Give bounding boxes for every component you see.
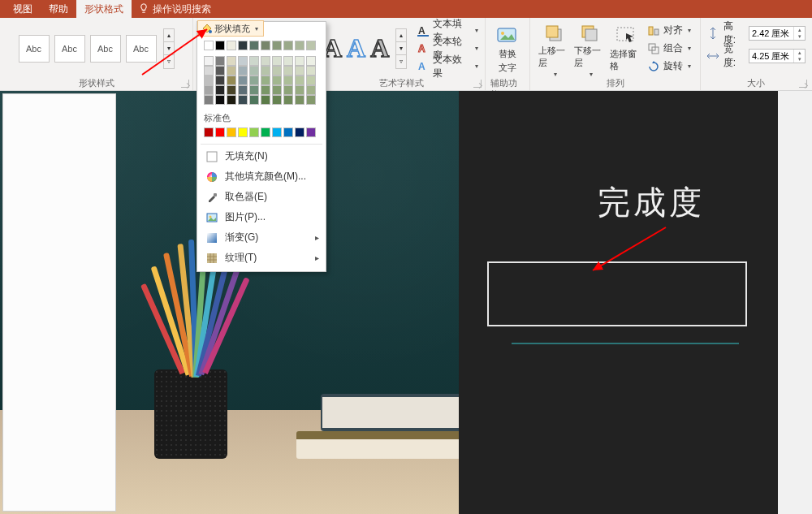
gallery-expand-icon[interactable]: ▿ xyxy=(164,55,174,67)
slide[interactable]: 完成度 xyxy=(0,91,778,514)
color-swatch[interactable] xyxy=(306,66,316,76)
width-input[interactable]: ▴▾ xyxy=(749,49,806,63)
tab-help[interactable]: 帮助 xyxy=(41,0,76,19)
color-swatch[interactable] xyxy=(283,95,293,105)
color-swatch[interactable] xyxy=(215,66,225,76)
chevron-down-icon[interactable]: ▾ xyxy=(164,42,174,55)
wordart-preset[interactable]: A xyxy=(370,33,389,63)
color-swatch[interactable] xyxy=(261,127,270,137)
color-swatch[interactable] xyxy=(249,127,259,137)
width-value[interactable] xyxy=(749,50,793,63)
color-swatch[interactable] xyxy=(215,95,225,105)
height-value[interactable] xyxy=(749,27,793,40)
color-swatch[interactable] xyxy=(283,66,293,76)
color-swatch[interactable] xyxy=(227,95,236,105)
height-input[interactable]: ▴▾ xyxy=(749,26,806,41)
color-swatch[interactable] xyxy=(215,41,225,50)
rotate-button[interactable]: 旋转▾ xyxy=(646,58,693,75)
color-swatch[interactable] xyxy=(283,85,293,95)
color-swatch[interactable] xyxy=(204,76,214,85)
color-swatch[interactable] xyxy=(272,127,282,137)
color-swatch[interactable] xyxy=(204,85,214,95)
color-swatch[interactable] xyxy=(204,127,214,137)
color-swatch[interactable] xyxy=(238,56,248,66)
chevron-up-icon[interactable]: ▴ xyxy=(794,27,805,33)
color-swatch[interactable] xyxy=(238,127,248,137)
slide-title-text[interactable]: 完成度 xyxy=(598,180,705,225)
no-fill-item[interactable]: 无填充(N) xyxy=(197,146,326,166)
align-button[interactable]: 对齐▾ xyxy=(646,23,693,39)
color-swatch[interactable] xyxy=(306,41,316,50)
color-swatch[interactable] xyxy=(295,76,304,85)
color-swatch[interactable] xyxy=(227,127,236,137)
chevron-down-icon[interactable]: ▾ xyxy=(794,33,805,40)
color-swatch[interactable] xyxy=(215,56,225,66)
color-swatch[interactable] xyxy=(295,41,304,50)
color-swatch[interactable] xyxy=(261,66,270,76)
wordart-gallery-scroll[interactable]: ▴ ▾ ▿ xyxy=(395,28,407,69)
color-swatch[interactable] xyxy=(295,127,304,137)
color-swatch[interactable] xyxy=(272,56,282,66)
picture-fill-item[interactable]: 图片(P)... xyxy=(197,207,326,227)
selection-pane-button[interactable]: 选择窗格 xyxy=(610,22,642,76)
color-swatch[interactable] xyxy=(306,76,316,85)
dialog-launcher-icon[interactable] xyxy=(473,80,482,88)
color-swatch[interactable] xyxy=(238,66,248,76)
style-gallery-scroll[interactable]: ▴ ▾ ▿ xyxy=(163,28,175,69)
chevron-down-icon[interactable]: ▾ xyxy=(794,56,805,63)
color-swatch[interactable] xyxy=(227,56,236,66)
progress-bar-inner-shape[interactable] xyxy=(2,93,116,512)
color-swatch[interactable] xyxy=(249,85,259,95)
alt-text-button[interactable]: 替换 文字 xyxy=(491,22,524,76)
color-swatch[interactable] xyxy=(215,85,225,95)
color-swatch[interactable] xyxy=(261,95,270,105)
shape-style-preset[interactable]: Abc xyxy=(126,35,157,63)
gradient-fill-item[interactable]: 渐变(G) ▸ xyxy=(197,227,326,248)
color-swatch[interactable] xyxy=(238,95,248,105)
color-swatch[interactable] xyxy=(306,127,316,137)
shape-style-preset[interactable]: Abc xyxy=(19,35,50,63)
color-swatch[interactable] xyxy=(295,85,304,95)
slide-canvas[interactable]: 完成度 xyxy=(0,91,812,514)
more-fill-colors-item[interactable]: 其他填充颜色(M)... xyxy=(197,166,326,187)
color-swatch[interactable] xyxy=(204,66,214,76)
color-swatch[interactable] xyxy=(261,56,270,66)
chevron-up-icon[interactable]: ▴ xyxy=(794,50,805,56)
shape-style-preset[interactable]: Abc xyxy=(54,35,85,63)
color-swatch[interactable] xyxy=(249,41,259,50)
color-swatch[interactable] xyxy=(204,95,214,105)
send-backward-button[interactable]: 下移一层 ▾ xyxy=(574,22,607,76)
color-swatch[interactable] xyxy=(272,76,282,85)
eyedropper-item[interactable]: 取色器(E) xyxy=(197,187,326,207)
color-swatch[interactable] xyxy=(227,76,236,85)
color-swatch[interactable] xyxy=(261,41,270,50)
color-swatch[interactable] xyxy=(295,66,304,76)
tab-view[interactable]: 视图 xyxy=(5,0,41,19)
color-swatch[interactable] xyxy=(238,41,248,50)
color-swatch[interactable] xyxy=(306,85,316,95)
wordart-preset[interactable]: A xyxy=(347,33,365,63)
color-swatch[interactable] xyxy=(272,95,282,105)
color-swatch[interactable] xyxy=(295,95,304,105)
color-swatch[interactable] xyxy=(227,66,236,76)
color-swatch[interactable] xyxy=(215,127,225,137)
color-swatch[interactable] xyxy=(272,85,282,95)
dialog-launcher-icon[interactable] xyxy=(799,80,807,88)
text-effects-button[interactable]: A 文本效果 ▾ xyxy=(415,58,480,75)
chevron-down-icon[interactable]: ▾ xyxy=(396,42,406,55)
color-swatch[interactable] xyxy=(283,56,293,66)
color-swatch[interactable] xyxy=(249,76,259,85)
color-swatch[interactable] xyxy=(272,66,282,76)
bring-forward-button[interactable]: 上移一层 ▾ xyxy=(538,22,571,76)
group-objects-button[interactable]: 组合▾ xyxy=(646,41,693,57)
color-swatch[interactable] xyxy=(249,56,259,66)
shape-fill-button[interactable]: 形状填充 ▾ xyxy=(197,20,264,37)
color-swatch[interactable] xyxy=(238,76,248,85)
wordart-gallery[interactable]: A A A xyxy=(323,33,389,63)
color-swatch[interactable] xyxy=(283,76,293,85)
chevron-up-icon[interactable]: ▴ xyxy=(396,29,406,42)
color-swatch[interactable] xyxy=(204,41,214,50)
color-swatch[interactable] xyxy=(283,127,293,137)
color-swatch[interactable] xyxy=(306,56,316,66)
color-swatch[interactable] xyxy=(215,76,225,85)
